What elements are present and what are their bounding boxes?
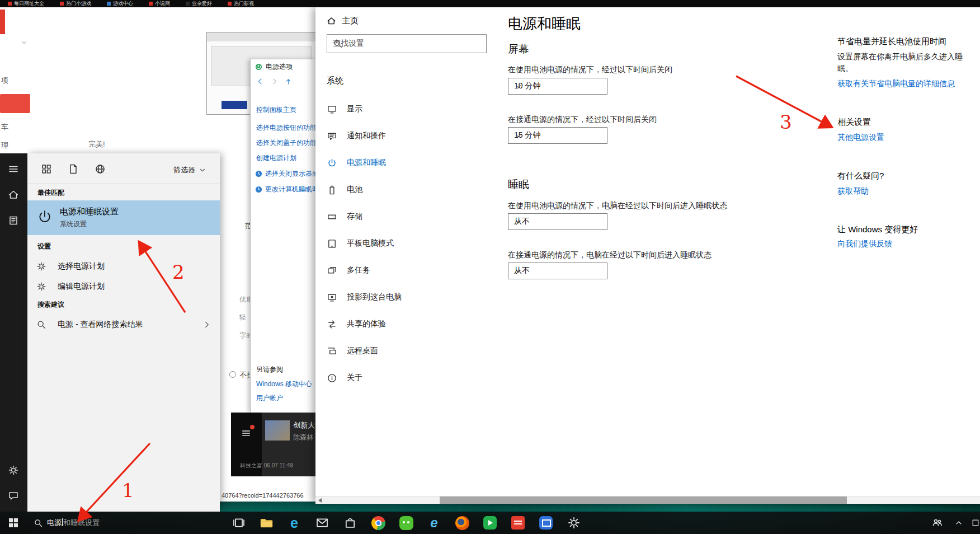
back-icon[interactable]	[256, 77, 265, 86]
up-icon[interactable]	[284, 77, 293, 86]
sleep-battery-select[interactable]: 从不	[508, 213, 607, 230]
favicon	[186, 2, 190, 6]
see-also-link[interactable]: 用户帐户	[256, 394, 283, 403]
embedded-titlebar	[207, 32, 315, 41]
task-view-icon[interactable]	[231, 515, 247, 531]
sidebar-item-shared-experiences[interactable]: 共享的体验	[315, 312, 497, 336]
bookmark-item[interactable]: 热门小游戏	[60, 0, 91, 7]
tv-app-icon[interactable]	[538, 515, 554, 531]
info-icon	[327, 373, 338, 383]
notebook-icon[interactable]	[8, 215, 19, 226]
red-app-icon[interactable]	[510, 515, 526, 531]
cp-task-link[interactable]: 创建电源计划	[256, 153, 296, 163]
home-icon[interactable]	[8, 189, 19, 200]
nav-section-header: 系统	[327, 76, 343, 86]
firefox-icon[interactable]	[454, 515, 470, 531]
search-flyout-panel: 筛选器 最佳匹配 电源和睡眠设置 系统设置 设置 选择电源计划 编辑电源计划 搜…	[27, 153, 220, 512]
web-search-suggestion[interactable]: 电源 - 查看网络搜索结果	[27, 315, 220, 335]
page-title: 电源和睡眠	[508, 14, 581, 34]
page-red-button-fragment[interactable]	[0, 94, 30, 113]
tray-chevron-up-icon[interactable]	[951, 515, 967, 531]
cp-task-link[interactable]: 选择关闭盖子的功能	[256, 138, 316, 148]
taskbar-search-icon[interactable]	[30, 515, 46, 531]
sidebar-item-storage[interactable]: 存储	[315, 204, 497, 229]
wechat-icon[interactable]	[398, 515, 414, 531]
question-header: 有什么疑问?	[837, 171, 884, 181]
sidebar-item-battery[interactable]: 电池	[315, 177, 497, 202]
get-help-link[interactable]: 获取帮助	[837, 186, 869, 196]
bookmark-item[interactable]: 游戏中心	[107, 0, 133, 7]
mail-icon[interactable]	[314, 515, 330, 531]
bookmark-item[interactable]: 每日网址大全	[8, 0, 44, 7]
suggestions-header: 搜索建议	[37, 300, 64, 310]
settings-gear-icon[interactable]	[566, 515, 582, 531]
internet-explorer-icon[interactable]	[426, 515, 442, 531]
windows-logo-icon	[9, 518, 18, 527]
taskbar: 电源和睡眠设置	[0, 512, 980, 534]
bookmark-item[interactable]: 热门影视	[228, 0, 254, 7]
see-also-link[interactable]: Windows 移动中心	[256, 380, 312, 389]
better-windows-header: 让 Windows 变得更好	[837, 224, 918, 235]
tray-app-icon[interactable]	[968, 515, 980, 531]
start-button[interactable]	[0, 512, 27, 534]
search-icon[interactable]	[333, 39, 482, 49]
bookmark-item[interactable]: 业余爱好	[186, 0, 212, 7]
text-cursor	[62, 518, 63, 526]
sidebar-item-projecting[interactable]: 投影到这台电脑	[315, 285, 497, 310]
best-match-title: 电源和睡眠设置	[60, 207, 119, 217]
chevron-down-icon[interactable]	[20, 39, 28, 46]
people-icon[interactable]	[930, 515, 945, 531]
favicon	[107, 2, 111, 6]
web-filter-icon[interactable]	[95, 163, 106, 175]
forward-icon[interactable]	[270, 77, 279, 86]
apps-filter-icon[interactable]	[41, 163, 52, 175]
home-icon	[327, 16, 336, 26]
sidebar-item-multitasking[interactable]: 多任务	[315, 258, 497, 283]
control-panel-home-link[interactable]: 控制面板主页	[256, 105, 296, 115]
sidebar-item-tablet-mode[interactable]: 平板电脑模式	[315, 231, 497, 256]
sleep-section-header: 睡眠	[508, 177, 529, 192]
hamburger-icon[interactable]	[241, 428, 251, 438]
additional-power-settings-link[interactable]: 其他电源设置	[837, 133, 884, 143]
search-result-choose-plan[interactable]: 选择电源计划	[27, 256, 220, 277]
edge-icon[interactable]	[286, 515, 302, 531]
feedback-link[interactable]: 向我们提供反馈	[837, 239, 892, 249]
file-explorer-icon[interactable]	[258, 515, 274, 531]
favicon	[149, 2, 153, 6]
screen-battery-select[interactable]: 10 分钟	[508, 78, 607, 95]
article-list-fragment[interactable]: 创新大 陈森林 科技之富 06.07 11:49	[231, 413, 315, 476]
cp-task-link[interactable]: 选择电源按钮的功能	[256, 123, 316, 133]
cp-task-link[interactable]: 选择关闭显示器的时间	[255, 169, 316, 179]
scroll-left-arrow[interactable]	[318, 498, 322, 503]
bookmark-item[interactable]: 小说网	[149, 0, 170, 7]
cp-task-link[interactable]: 更改计算机睡眠时间	[255, 185, 316, 194]
filters-dropdown[interactable]: 筛选器	[173, 165, 206, 175]
gear-icon[interactable]	[8, 465, 19, 476]
settings-search-input[interactable]: 查找设置	[327, 34, 487, 53]
horizontal-scrollbar[interactable]	[315, 496, 980, 504]
sleep-plugged-select[interactable]: 从不	[508, 263, 607, 279]
save-energy-link[interactable]: 获取有关节省电脑电量的详细信息	[837, 79, 955, 89]
power-icon	[36, 209, 53, 226]
feedback-icon[interactable]	[8, 490, 19, 502]
hamburger-icon[interactable]	[8, 163, 19, 175]
chrome-icon[interactable]	[370, 515, 386, 531]
sidebar-item-display[interactable]: 显示	[315, 97, 497, 121]
store-icon[interactable]	[342, 515, 358, 531]
settings-home[interactable]: 主页	[327, 16, 359, 26]
documents-filter-icon[interactable]	[68, 163, 79, 175]
article-title: 创新大	[293, 420, 315, 430]
video-app-icon[interactable]	[482, 515, 498, 531]
screen-section-header: 屏幕	[508, 42, 529, 57]
sidebar-item-notifications[interactable]: 通知和操作	[315, 124, 497, 148]
favicon	[228, 2, 232, 6]
screen-plugged-select[interactable]: 15 分钟	[508, 127, 607, 144]
sidebar-item-power-sleep[interactable]: 电源和睡眠	[315, 151, 497, 175]
search-result-edit-plan[interactable]: 编辑电源计划	[27, 277, 220, 297]
best-match-result[interactable]: 电源和睡眠设置 系统设置	[27, 200, 220, 235]
embedded-blue-badge	[222, 101, 247, 109]
sidebar-item-remote-desktop[interactable]: 远程桌面	[315, 339, 497, 363]
sidebar-item-about[interactable]: 关于	[315, 366, 497, 390]
taskbar-search-text[interactable]: 电源和睡眠设置	[47, 512, 100, 534]
scrollbar-thumb[interactable]	[440, 496, 847, 504]
